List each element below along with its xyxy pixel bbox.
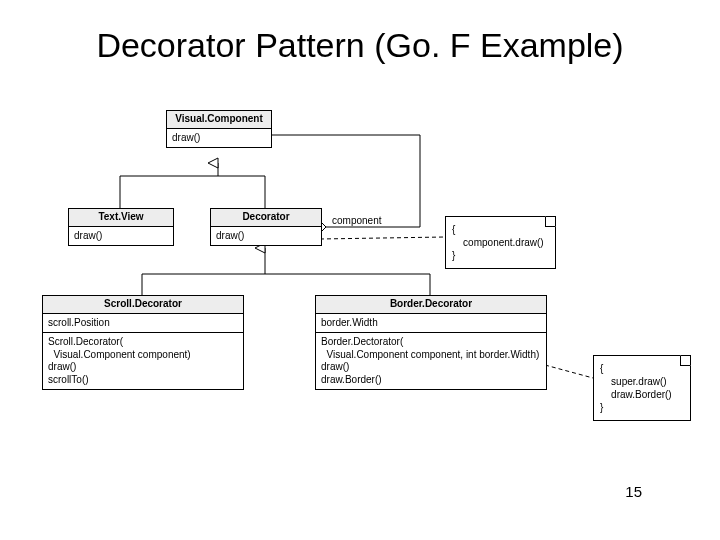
class-name: Scroll.Decorator (43, 296, 243, 314)
class-ops: draw() (211, 227, 321, 246)
class-name: Text.View (69, 209, 173, 227)
class-ops: Scroll.Decorator( Visual.Component compo… (43, 333, 243, 389)
class-scroll-decorator: Scroll.Decorator scroll.Position Scroll.… (42, 295, 244, 390)
page-number: 15 (625, 483, 642, 500)
class-name: Decorator (211, 209, 321, 227)
class-name: Visual.Component (167, 111, 271, 129)
class-ops: draw() (69, 227, 173, 246)
note-border-draw: { super.draw() draw.Border() } (593, 355, 691, 421)
class-name: Border.Decorator (316, 296, 546, 314)
class-attrs: border.Width (316, 314, 546, 334)
class-border-decorator: Border.Decorator border.Width Border.Dec… (315, 295, 547, 390)
note-decorator-draw: { component.draw() } (445, 216, 556, 269)
slide: Decorator Pattern (Go. F Example) (0, 0, 720, 540)
assoc-role-component: component (332, 215, 381, 226)
class-visual-component: Visual.Component draw() (166, 110, 272, 148)
class-attrs: scroll.Position (43, 314, 243, 334)
uml-connectors (0, 0, 720, 540)
page-title: Decorator Pattern (Go. F Example) (0, 26, 720, 65)
class-text-view: Text.View draw() (68, 208, 174, 246)
class-decorator: Decorator draw() (210, 208, 322, 246)
class-ops: Border.Dectorator( Visual.Component comp… (316, 333, 546, 389)
class-ops: draw() (167, 129, 271, 148)
